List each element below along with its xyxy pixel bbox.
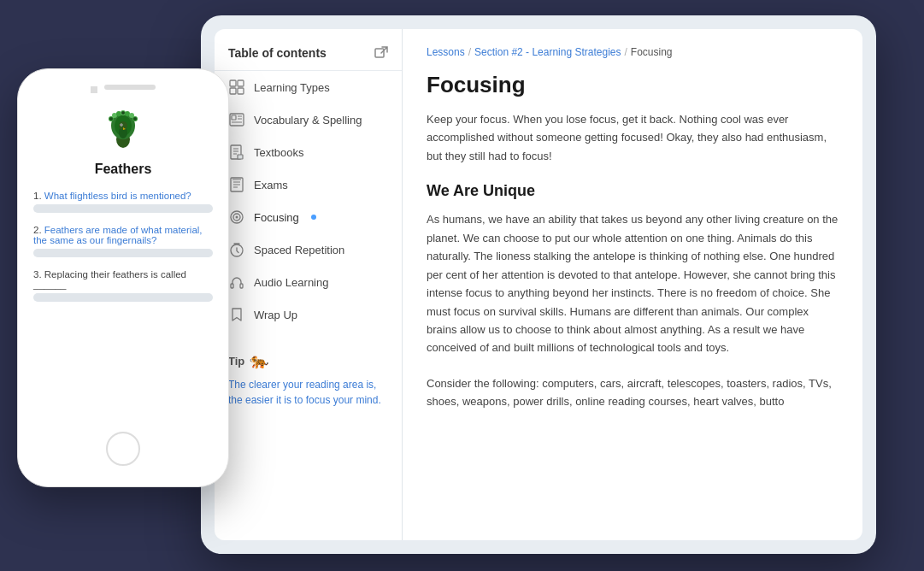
clock-icon [228, 241, 245, 258]
tiger-icon: 🐅 [250, 351, 268, 370]
phone-camera [91, 86, 97, 93]
svg-point-35 [109, 117, 113, 121]
page-title: Focusing [427, 72, 839, 98]
breadcrumb-sep-1: / [468, 46, 471, 58]
tip-header: Tip 🐅 [228, 351, 388, 370]
svg-rect-14 [238, 155, 243, 159]
sidebar-item-focusing[interactable]: Focusing [215, 201, 402, 233]
phone-inner: Feathers 1. What flightless bird is ment… [18, 98, 228, 425]
section2-text: Consider the following: computers, cars,… [427, 374, 839, 411]
section1-heading: We Are Unique [427, 182, 839, 200]
svg-rect-24 [240, 284, 243, 288]
sidebar-label-exams: Exams [254, 179, 288, 191]
document-icon [228, 144, 245, 161]
svg-rect-1 [230, 80, 236, 86]
scene: Table of contents [0, 0, 924, 571]
question-2-label: 2. Feathers are made of what material, t… [33, 225, 213, 245]
svg-rect-0 [375, 49, 384, 57]
tip-section: Tip 🐅 The clearer your reading area is, … [215, 338, 402, 421]
target-icon [228, 209, 245, 226]
svg-rect-23 [231, 284, 233, 288]
question-3-label: 3. Replacing their feathers is called __… [33, 269, 213, 290]
sidebar-item-textbooks[interactable]: Textbooks [215, 136, 402, 168]
question-1-text: What flightless bird is mentioned? [44, 191, 191, 201]
image-text-icon [228, 111, 245, 128]
sidebar-item-exams[interactable]: Exams [215, 168, 402, 201]
svg-rect-4 [238, 88, 244, 94]
phone-app-title: Feathers [95, 162, 152, 177]
svg-point-21 [236, 216, 238, 219]
breadcrumb: Lessons / Section #2 - Learning Strategi… [427, 46, 839, 58]
sidebar-label-spaced-repetition: Spaced Repetition [254, 244, 344, 256]
headphone-icon [228, 274, 245, 291]
tablet-inner: Table of contents [215, 29, 862, 540]
phone: Feathers 1. What flightless bird is ment… [17, 68, 229, 487]
sidebar-item-vocabulary-spelling[interactable]: Vocabulary & Spelling [215, 103, 402, 136]
sidebar-label-learning-types: Learning Types [254, 81, 330, 94]
answer-bar-2 [33, 249, 213, 257]
svg-point-36 [133, 117, 137, 121]
grid-icon [228, 79, 245, 96]
question-1-num: 1. What flightless bird is mentioned? [33, 191, 213, 201]
phone-home-button[interactable] [106, 432, 140, 466]
sidebar-item-audio-learning[interactable]: Audio Learning [215, 266, 402, 298]
toc-title: Table of contents [228, 46, 374, 60]
svg-point-41 [121, 124, 122, 126]
sidebar: Table of contents [215, 29, 403, 540]
answer-bar-3 [33, 293, 213, 302]
sidebar-item-spaced-repetition[interactable]: Spaced Repetition [215, 233, 402, 266]
breadcrumb-section[interactable]: Section #2 - Learning Strategies [474, 46, 621, 58]
toc-external-icon[interactable] [374, 46, 388, 60]
phone-logo [99, 107, 147, 155]
sidebar-label-wrap-up: Wrap Up [254, 309, 297, 321]
svg-point-37 [121, 111, 125, 115]
active-dot [311, 215, 316, 220]
answer-bar-1 [33, 204, 213, 213]
question-2-text: Feathers are made of what material, the … [33, 225, 203, 245]
breadcrumb-lessons[interactable]: Lessons [427, 46, 465, 58]
phone-speaker [104, 85, 156, 90]
question-3: 3. Replacing their feathers is called __… [33, 269, 213, 302]
sidebar-label-textbooks: Textbooks [254, 146, 304, 159]
sidebar-label-audio-learning: Audio Learning [254, 276, 328, 289]
breadcrumb-current: Focusing [631, 46, 673, 58]
tip-text: The clearer your reading area is, the ea… [228, 377, 388, 408]
section1-text: As humans, we have an ability that takes… [427, 210, 839, 357]
question-1: 1. What flightless bird is mentioned? [33, 191, 213, 213]
svg-point-30 [116, 111, 121, 116]
checklist-icon [228, 176, 245, 193]
bookmark-icon [228, 306, 245, 323]
sidebar-label-focusing: Focusing [254, 211, 299, 224]
svg-rect-6 [232, 115, 236, 120]
main-content: Lessons / Section #2 - Learning Strategi… [403, 29, 862, 540]
svg-rect-3 [230, 88, 236, 94]
question-2: 2. Feathers are made of what material, t… [33, 225, 213, 257]
tip-label: Tip [228, 355, 244, 368]
breadcrumb-sep-2: / [625, 46, 627, 58]
tablet: Table of contents [201, 15, 876, 554]
sidebar-label-vocabulary-spelling: Vocabulary & Spelling [254, 114, 362, 127]
sidebar-item-wrap-up[interactable]: Wrap Up [215, 298, 402, 331]
svg-rect-2 [238, 80, 244, 86]
toc-header: Table of contents [215, 29, 402, 71]
intro-text: Keep your focus. When you lose focus, ge… [427, 110, 839, 165]
sidebar-item-learning-types[interactable]: Learning Types [215, 71, 402, 103]
question-3-text: Replacing their feathers is called _____… [33, 269, 186, 290]
